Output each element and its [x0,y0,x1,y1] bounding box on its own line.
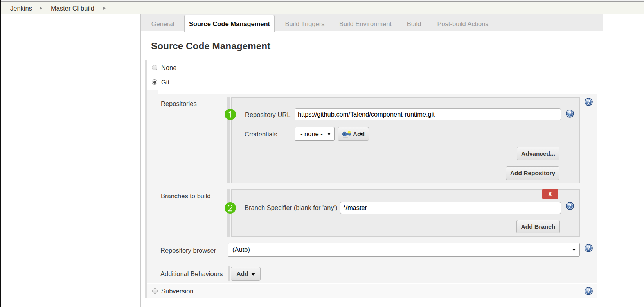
svg-text:?: ? [587,99,590,105]
svg-text:?: ? [568,203,572,209]
svg-text:?: ? [587,245,590,251]
svg-text:?: ? [568,110,572,117]
svg-text:?: ? [587,288,590,294]
